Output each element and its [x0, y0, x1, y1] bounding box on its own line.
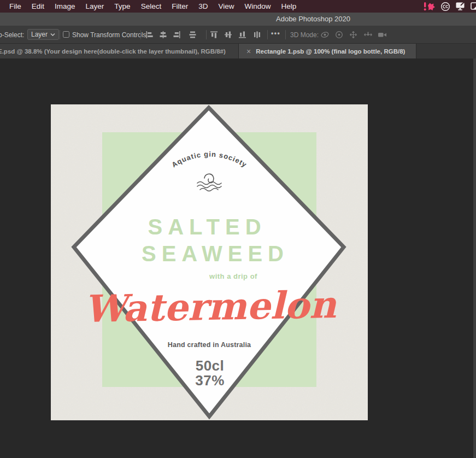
show-transform-label[interactable]: Show Transform Controls: [72, 31, 146, 39]
more-options-button[interactable]: •••: [271, 30, 280, 37]
align-left-edges-icon[interactable]: [145, 31, 154, 39]
auto-select-dropdown[interactable]: Layer: [27, 29, 59, 40]
volume-text: 50cl: [196, 357, 225, 374]
separator: [60, 30, 60, 39]
abv-text: 37%: [195, 372, 225, 389]
chevron-down-icon: [50, 33, 55, 37]
menu-3d[interactable]: 3D: [198, 0, 208, 13]
menu-type[interactable]: Type: [114, 0, 130, 13]
align-bottom-edges-icon[interactable]: [238, 31, 246, 39]
window-title: Adobe Photoshop 2020: [276, 13, 350, 26]
product-name-line2: SEAWEED: [142, 242, 289, 266]
document-tab-bar: E.psd @ 38.8% (Your design here(double-c…: [0, 44, 476, 58]
menu-layer[interactable]: Layer: [86, 0, 104, 13]
distribute-horizontal-centers-icon[interactable]: [253, 31, 261, 39]
3d-camera-icon[interactable]: [378, 31, 387, 39]
tab-label: Rectangle 1.psb @ 100% (final logo bottl…: [256, 48, 405, 55]
close-tab-icon[interactable]: ×: [246, 47, 251, 56]
3d-roll-icon[interactable]: [334, 31, 344, 39]
flavor-script-text: Watermelon: [84, 283, 337, 331]
macos-menu-bar: File Edit Image Layer Type Select Filter…: [0, 0, 476, 13]
align-horizontal-centers-icon[interactable]: [159, 31, 167, 39]
menu-filter[interactable]: Filter: [172, 0, 188, 13]
auto-select-value: Layer: [31, 31, 48, 38]
tab-your-design[interactable]: E.psd @ 38.8% (Your design here(double-c…: [0, 44, 239, 58]
auto-select-label: o-Select:: [0, 31, 24, 39]
document-canvas[interactable]: Aquatic gin society SALTED SEAWEED with …: [51, 104, 368, 420]
collapsed-panel-edge: [473, 58, 476, 458]
menu-window[interactable]: Window: [244, 0, 271, 13]
3d-slide-icon[interactable]: [363, 31, 373, 39]
3d-mode-label: 3D Mode:: [290, 31, 319, 39]
menu-image[interactable]: Image: [55, 0, 75, 13]
alert-badge-icon[interactable]: [424, 2, 436, 11]
creative-cloud-icon[interactable]: [440, 2, 450, 11]
menu-status-icons: [424, 0, 476, 13]
separator: [267, 30, 268, 39]
separator: [140, 30, 141, 39]
display-window-icon[interactable]: [471, 2, 476, 11]
menu-help[interactable]: Help: [281, 0, 296, 13]
screen-mirroring-icon[interactable]: [455, 2, 466, 11]
separator: [285, 30, 286, 39]
label-artwork: Aquatic gin society SALTED SEAWEED with …: [51, 104, 368, 420]
tagline-text: with a drip of: [209, 272, 257, 280]
distribute-vertical-centers-icon[interactable]: [189, 31, 197, 39]
align-vertical-centers-icon[interactable]: [224, 31, 232, 39]
separator: [206, 30, 207, 39]
tab-rectangle-psb[interactable]: × Rectangle 1.psb @ 100% (final logo bot…: [239, 44, 416, 58]
align-top-edges-icon[interactable]: [210, 31, 218, 39]
menu-file[interactable]: File: [9, 0, 21, 13]
tool-options-bar: o-Select: Layer Show Transform Controls …: [0, 26, 476, 44]
show-transform-checkbox[interactable]: [63, 31, 69, 38]
origin-text: Hand crafted in Australia: [168, 341, 251, 349]
3d-pan-icon[interactable]: [349, 31, 358, 39]
menu-edit[interactable]: Edit: [32, 0, 44, 13]
tab-label: E.psd @ 38.8% (Your design here(double-c…: [0, 48, 226, 55]
3d-orbit-icon[interactable]: [320, 31, 330, 39]
align-right-edges-icon[interactable]: [173, 31, 181, 39]
window-title-bar: Adobe Photoshop 2020: [0, 13, 476, 26]
menu-select[interactable]: Select: [141, 0, 162, 13]
menu-view[interactable]: View: [218, 0, 234, 13]
product-name-line1: SALTED: [148, 215, 266, 239]
